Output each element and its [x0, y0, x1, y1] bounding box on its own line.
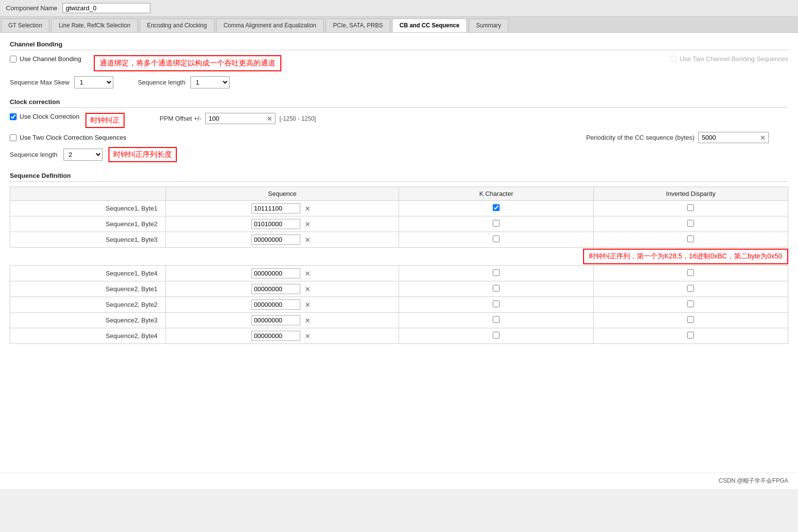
table-row: Sequence1, Byte1✕	[10, 201, 788, 216]
inverted-disparity-checkbox[interactable]	[687, 316, 694, 323]
tab-summary[interactable]: Summary	[469, 19, 508, 32]
inverted-disparity-cell	[593, 201, 788, 216]
sequence-cell: ✕	[166, 281, 399, 297]
periodicity-row: Periodicity of the CC sequence (bytes) ✕	[586, 132, 769, 143]
ppm-offset-field: ✕	[205, 113, 275, 124]
channel-bonding-section: Channel Bonding Use Channel Bonding 通道绑定…	[10, 41, 788, 88]
ppm-offset-range: [-1250 - 1250]	[279, 115, 316, 122]
sequence-clear-btn[interactable]: ✕	[302, 316, 313, 325]
k-character-checkbox[interactable]	[493, 269, 500, 276]
use-two-cc-label: Use Two Clock Correction Sequences	[20, 134, 126, 141]
use-cc-checkbox[interactable]	[10, 113, 17, 120]
tab-cb-cc[interactable]: CB and CC Sequence	[392, 19, 467, 32]
sequence-input[interactable]	[252, 219, 300, 229]
k-character-cell	[399, 201, 593, 216]
inverted-disparity-checkbox[interactable]	[687, 300, 694, 307]
use-cc-label: Use Clock Correction	[20, 113, 80, 120]
sequence-input[interactable]	[252, 234, 300, 245]
sequence-cell: ✕	[166, 216, 399, 232]
inverted-disparity-checkbox[interactable]	[687, 235, 694, 242]
sequence-input[interactable]	[252, 331, 300, 341]
tab-encoding[interactable]: Encoding and Clocking	[140, 19, 214, 32]
use-two-cc-checkbox[interactable]	[10, 134, 17, 141]
seq-max-skew-row: Sequence Max Skew 1 2 3 Sequence length …	[10, 76, 788, 88]
periodicity-clear-btn[interactable]: ✕	[757, 133, 768, 143]
use-cc-row: Use Clock Correction	[10, 113, 80, 120]
k-character-cell	[399, 232, 593, 248]
k-character-checkbox[interactable]	[493, 285, 500, 292]
sequence-cell: ✕	[166, 313, 399, 328]
sequence-clear-btn[interactable]: ✕	[302, 219, 313, 229]
sequence-cell: ✕	[166, 266, 399, 281]
k-character-checkbox[interactable]	[493, 332, 500, 339]
sequence-input[interactable]	[252, 299, 300, 310]
tab-gt-selection[interactable]: GT Selection	[1, 19, 49, 32]
row-label: Sequence1, Byte1	[10, 201, 166, 216]
clock-correction-section: Clock correction Use Clock Correction 时钟…	[10, 98, 788, 162]
table-row: Sequence1, Byte3✕	[10, 232, 788, 248]
inverted-disparity-checkbox[interactable]	[687, 285, 694, 292]
sequence-cell: ✕	[166, 297, 399, 313]
sequence-clear-btn[interactable]: ✕	[302, 300, 313, 310]
inverted-disparity-checkbox[interactable]	[687, 269, 694, 276]
tab-pcie[interactable]: PCIe, SATA, PRBS	[326, 19, 390, 32]
ppm-offset-input[interactable]	[206, 113, 264, 124]
seq-max-skew-select[interactable]: 1 2 3	[74, 76, 113, 88]
inverted-disparity-checkbox[interactable]	[687, 204, 694, 211]
inverted-disparity-cell	[593, 266, 788, 281]
sequence-cell: ✕	[166, 232, 399, 248]
tabs-container: GT Selection Line Rate, RefClk Selection…	[0, 17, 798, 33]
use-two-cb-checkbox[interactable]	[670, 56, 677, 63]
use-cb-row: Use Channel Bonding	[10, 55, 81, 63]
seq-length-cb-select[interactable]: 1 2 4	[190, 76, 230, 88]
top-bar: Component Name	[0, 0, 798, 17]
sequence-clear-btn[interactable]: ✕	[302, 235, 313, 245]
row-label: Sequence1, Byte2	[10, 216, 166, 232]
row-label: Sequence2, Byte2	[10, 297, 166, 313]
use-two-cc-row: Use Two Clock Correction Sequences	[10, 134, 126, 141]
sequence-clear-btn[interactable]: ✕	[302, 331, 313, 341]
component-name-input[interactable]	[63, 3, 150, 13]
k-character-checkbox[interactable]	[493, 220, 500, 227]
col-sequence-header: Sequence	[166, 187, 399, 201]
cc-seq-length-select[interactable]: 1 2 4	[63, 149, 103, 161]
sequence-input[interactable]	[252, 203, 300, 213]
footer-credit: CSDN @顺子学不会FPGA	[719, 477, 788, 484]
tab-comma[interactable]: Comma Alignment and Equalization	[216, 19, 324, 32]
sequence-clear-btn[interactable]: ✕	[302, 204, 313, 213]
main-content: Channel Bonding Use Channel Bonding 通道绑定…	[0, 33, 798, 472]
k-character-checkbox[interactable]	[493, 235, 500, 242]
use-two-cb-row: Use Two Channel Bonding Sequences	[670, 55, 788, 63]
col-inv-disp-header: Inverted Disparity	[593, 187, 788, 201]
ppm-offset-clear-btn[interactable]: ✕	[264, 114, 275, 124]
sequence-input[interactable]	[252, 268, 300, 278]
channel-bonding-title: Channel Bonding	[10, 41, 788, 50]
sequence-input[interactable]	[252, 284, 300, 294]
inverted-disparity-checkbox[interactable]	[687, 332, 694, 339]
periodicity-input[interactable]	[699, 132, 757, 143]
inverted-disparity-cell	[593, 328, 788, 344]
footer: CSDN @顺子学不会FPGA	[0, 472, 798, 489]
sequence-clear-btn[interactable]: ✕	[302, 284, 313, 294]
inverted-disparity-cell	[593, 232, 788, 248]
sequence-clear-btn[interactable]: ✕	[302, 269, 313, 278]
sequence-input[interactable]	[252, 315, 300, 325]
table-row: Sequence1, Byte4✕	[10, 266, 788, 281]
component-name-label: Component Name	[6, 4, 58, 12]
table-row: Sequence2, Byte2✕	[10, 297, 788, 313]
k-character-cell	[399, 313, 593, 328]
cc-seq-length-label: Sequence length	[10, 151, 58, 158]
use-cb-checkbox[interactable]	[10, 56, 17, 63]
tab-line-rate[interactable]: Line Rate, RefClk Selection	[51, 19, 138, 32]
inverted-disparity-checkbox[interactable]	[687, 220, 694, 227]
k-character-checkbox[interactable]	[493, 300, 500, 307]
table-row: Sequence2, Byte4✕	[10, 328, 788, 344]
col-k-char-header: K Character	[399, 187, 593, 201]
k-character-checkbox[interactable]	[493, 204, 500, 211]
k-character-checkbox[interactable]	[493, 316, 500, 323]
row-label: Sequence1, Byte3	[10, 232, 166, 248]
seq-max-skew-label: Sequence Max Skew	[10, 79, 69, 86]
cb-annotation: 通道绑定，将多个通道绑定以构成一个吞吐更高的通道	[94, 55, 281, 71]
table-row: Sequence1, Byte2✕	[10, 216, 788, 232]
row-label: Sequence2, Byte3	[10, 313, 166, 328]
